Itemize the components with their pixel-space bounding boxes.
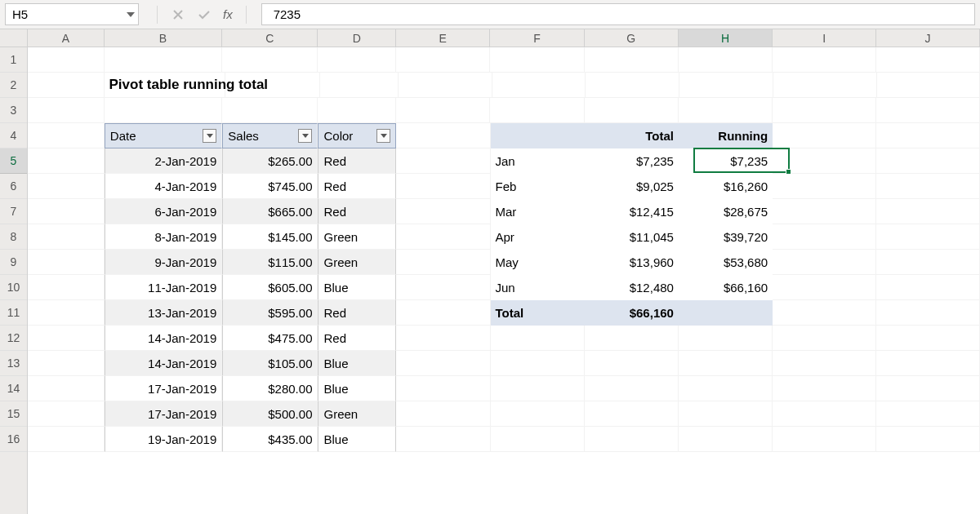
table-cell-color[interactable]: Green xyxy=(318,250,396,275)
pivot-running[interactable]: $16,260 xyxy=(679,174,773,199)
pivot-running[interactable]: $39,720 xyxy=(679,224,773,250)
table-cell-color[interactable]: Red xyxy=(318,300,396,326)
pivot-running[interactable]: $66,160 xyxy=(679,275,773,300)
row-header-15[interactable]: 15 xyxy=(0,401,27,427)
row-header-2[interactable]: 2 xyxy=(0,73,27,98)
table-cell-color[interactable]: Red xyxy=(318,174,396,199)
column-header-J[interactable]: J xyxy=(876,29,980,47)
table-cell-color[interactable]: Blue xyxy=(318,351,396,376)
row-header-9[interactable]: 9 xyxy=(0,250,27,275)
divider xyxy=(157,6,158,24)
pivot-running[interactable]: $28,675 xyxy=(679,199,773,224)
table-cell-date[interactable]: 13-Jan-2019 xyxy=(105,300,222,326)
select-all-corner[interactable] xyxy=(0,29,27,47)
table-cell-sales[interactable]: $745.00 xyxy=(222,174,318,199)
pivot-month[interactable]: Mar xyxy=(491,199,585,224)
pivot-total-value[interactable]: $66,160 xyxy=(585,300,679,326)
table-cell-sales[interactable]: $605.00 xyxy=(222,275,318,300)
table-cell-sales[interactable]: $595.00 xyxy=(222,300,318,326)
row-header-6[interactable]: 6 xyxy=(0,174,27,199)
row-header-8[interactable]: 8 xyxy=(0,224,27,250)
name-box-dropdown-icon[interactable] xyxy=(123,4,138,24)
cancel-formula-button[interactable] xyxy=(171,7,185,22)
column-header-D[interactable]: D xyxy=(318,29,396,47)
column-header-A[interactable]: A xyxy=(28,29,105,47)
table-cell-sales[interactable]: $265.00 xyxy=(222,148,318,174)
filter-dropdown-icon[interactable] xyxy=(376,129,390,143)
row-header-14[interactable]: 14 xyxy=(0,376,27,401)
table-cell-color[interactable]: Blue xyxy=(318,376,396,401)
row-header-16[interactable]: 16 xyxy=(0,427,27,452)
table-cell-date[interactable]: 17-Jan-2019 xyxy=(105,376,222,401)
table-cell-sales[interactable]: $105.00 xyxy=(222,351,318,376)
pivot-total[interactable]: $11,045 xyxy=(585,224,679,250)
table-header-color[interactable]: Color xyxy=(318,123,396,148)
table-cell-color[interactable]: Green xyxy=(318,401,396,427)
table-cell-color[interactable]: Red xyxy=(318,148,396,174)
pivot-month[interactable]: May xyxy=(491,250,585,275)
pivot-month[interactable]: Feb xyxy=(491,174,585,199)
fx-label[interactable]: fx xyxy=(223,7,233,21)
table-cell-color[interactable]: Blue xyxy=(318,427,396,452)
column-header-row: ABCDEFGHIJ xyxy=(28,29,980,47)
row-header-3[interactable]: 3 xyxy=(0,98,27,123)
pivot-total[interactable]: $9,025 xyxy=(585,174,679,199)
pivot-month[interactable]: Apr xyxy=(491,224,585,250)
formula-input[interactable]: 7235 xyxy=(261,3,975,25)
table-header-sales[interactable]: Sales xyxy=(222,123,318,148)
svg-marker-1 xyxy=(207,134,213,138)
row-header-10[interactable]: 10 xyxy=(0,275,27,300)
table-cell-date[interactable]: 14-Jan-2019 xyxy=(105,351,222,376)
table-cell-date[interactable]: 6-Jan-2019 xyxy=(105,199,222,224)
column-header-H[interactable]: H xyxy=(679,29,773,47)
row-header-4[interactable]: 4 xyxy=(0,123,27,148)
table-cell-date[interactable]: 19-Jan-2019 xyxy=(105,427,222,452)
table-cell-date[interactable]: 8-Jan-2019 xyxy=(105,224,222,250)
row-header-13[interactable]: 13 xyxy=(0,351,27,376)
name-box[interactable]: H5 xyxy=(5,3,139,25)
row-header-7[interactable]: 7 xyxy=(0,199,27,224)
pivot-total[interactable]: $7,235 xyxy=(585,148,679,174)
table-cell-color[interactable]: Red xyxy=(318,326,396,351)
table-cell-color[interactable]: Blue xyxy=(318,275,396,300)
pivot-total-blank[interactable] xyxy=(679,300,773,326)
pivot-total-label[interactable]: Total xyxy=(491,300,585,326)
row-header-12[interactable]: 12 xyxy=(0,326,27,351)
pivot-total[interactable]: $12,480 xyxy=(585,275,679,300)
table-cell-sales[interactable]: $435.00 xyxy=(222,427,318,452)
pivot-month[interactable]: Jan xyxy=(491,148,585,174)
table-cell-sales[interactable]: $665.00 xyxy=(222,199,318,224)
table-cell-date[interactable]: 11-Jan-2019 xyxy=(105,275,222,300)
pivot-running[interactable]: $7,235 xyxy=(679,148,773,174)
column-header-F[interactable]: F xyxy=(490,29,584,47)
filter-dropdown-icon[interactable] xyxy=(298,129,312,143)
filter-dropdown-icon[interactable] xyxy=(203,129,216,143)
enter-formula-button[interactable] xyxy=(197,7,212,22)
pivot-running[interactable]: $53,680 xyxy=(679,250,773,275)
table-cell-sales[interactable]: $115.00 xyxy=(222,250,318,275)
column-header-C[interactable]: C xyxy=(222,29,318,47)
column-header-B[interactable]: B xyxy=(105,29,223,47)
row-header-5[interactable]: 5 xyxy=(0,148,27,174)
column-header-G[interactable]: G xyxy=(585,29,679,47)
sheet-body[interactable]: Pivot table running total Date Sales Col… xyxy=(28,47,980,452)
table-cell-date[interactable]: 14-Jan-2019 xyxy=(105,326,222,351)
row-header-11[interactable]: 11 xyxy=(0,300,27,326)
pivot-total[interactable]: $13,960 xyxy=(585,250,679,275)
table-cell-date[interactable]: 2-Jan-2019 xyxy=(105,148,222,174)
table-cell-date[interactable]: 17-Jan-2019 xyxy=(105,401,222,427)
table-cell-sales[interactable]: $280.00 xyxy=(222,376,318,401)
pivot-total[interactable]: $12,415 xyxy=(585,199,679,224)
table-cell-color[interactable]: Green xyxy=(318,224,396,250)
table-cell-date[interactable]: 4-Jan-2019 xyxy=(105,174,222,199)
table-cell-date[interactable]: 9-Jan-2019 xyxy=(105,250,222,275)
column-header-I[interactable]: I xyxy=(773,29,876,47)
table-cell-sales[interactable]: $145.00 xyxy=(222,224,318,250)
row-header-1[interactable]: 1 xyxy=(0,47,27,73)
pivot-month[interactable]: Jun xyxy=(491,275,585,300)
column-header-E[interactable]: E xyxy=(396,29,490,47)
table-header-date[interactable]: Date xyxy=(105,123,222,148)
table-cell-sales[interactable]: $475.00 xyxy=(222,326,318,351)
table-cell-sales[interactable]: $500.00 xyxy=(222,401,318,427)
table-cell-color[interactable]: Red xyxy=(318,199,396,224)
